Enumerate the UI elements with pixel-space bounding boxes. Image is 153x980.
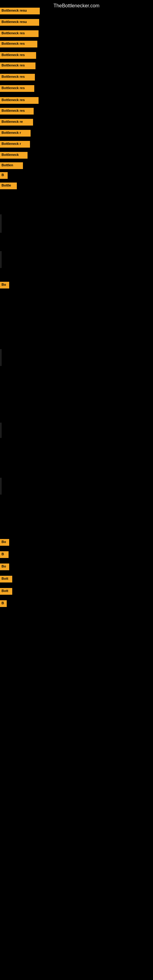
vertical-line-20	[1, 349, 1, 366]
bottleneck-item-6[interactable]: Bottleneck res	[0, 74, 35, 81]
bottleneck-item-14[interactable]: Bottlen	[0, 162, 23, 169]
vertical-line-18	[1, 251, 1, 268]
bottleneck-item-16[interactable]: Bottle	[0, 183, 17, 189]
bottleneck-item-1[interactable]: Bottleneck resu	[0, 19, 39, 26]
vertical-line-21	[1, 423, 1, 438]
bottleneck-item-11[interactable]: Bottleneck r	[0, 130, 30, 137]
bottleneck-item-23[interactable]: Bo	[0, 539, 9, 546]
bottleneck-item-10[interactable]: Bottleneck re	[0, 119, 33, 126]
bottleneck-item-0[interactable]: Bottleneck resu	[0, 8, 40, 14]
bottleneck-item-25[interactable]: Bo	[0, 563, 9, 570]
bottleneck-item-12[interactable]: Bottleneck r	[0, 141, 30, 148]
bottleneck-item-4[interactable]: Bottleneck res	[0, 52, 36, 59]
bottleneck-item-15[interactable]: B	[0, 172, 8, 179]
bottleneck-item-8[interactable]: Bottleneck res	[0, 97, 38, 104]
bottleneck-item-28[interactable]: B	[0, 600, 7, 607]
bottleneck-item-27[interactable]: Bott	[0, 588, 12, 595]
bottleneck-item-19[interactable]: Bo	[0, 282, 9, 288]
bottleneck-item-2[interactable]: Bottleneck res	[0, 30, 38, 37]
bottleneck-item-26[interactable]: Bott	[0, 576, 12, 582]
bottleneck-item-9[interactable]: Bottleneck res	[0, 108, 33, 115]
vertical-line-22	[1, 478, 1, 495]
vertical-line-17	[1, 215, 1, 233]
bottleneck-item-5[interactable]: Bottleneck res	[0, 62, 35, 69]
bottleneck-item-13[interactable]: Bottleneck	[0, 152, 27, 159]
bottleneck-item-3[interactable]: Bottleneck res	[0, 41, 37, 48]
bottleneck-item-24[interactable]: B	[0, 551, 9, 558]
bottleneck-item-7[interactable]: Bottleneck res	[0, 85, 34, 92]
